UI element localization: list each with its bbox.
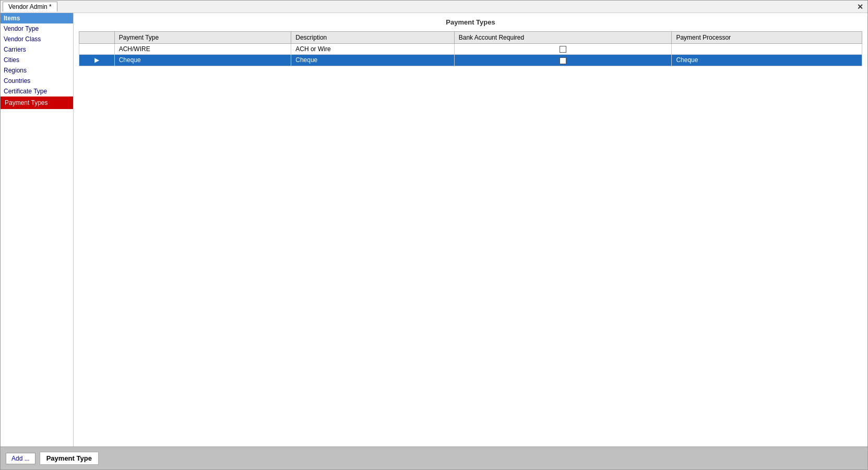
sidebar-header: Items (1, 13, 73, 23)
payment-types-table: Payment Type Description Bank Account Re… (79, 31, 862, 66)
title-bar: Vendor Admin * ✕ (1, 1, 867, 13)
table-row[interactable]: ▶ChequeChequeCheque (79, 55, 862, 66)
sidebar: Items Vendor TypeVendor ClassCarriersCit… (1, 13, 74, 447)
checkbox-bank-account[interactable] (560, 46, 566, 53)
cell-bank-account-required[interactable] (454, 55, 672, 66)
row-indicator: ▶ (79, 55, 115, 66)
main-content: Payment Types Payment Type Description B… (74, 13, 867, 447)
content-area: Items Vendor TypeVendor ClassCarriersCit… (1, 13, 867, 447)
sidebar-item-payment-types[interactable]: Payment Types (1, 97, 73, 109)
sidebar-item-cities[interactable]: Cities (1, 55, 73, 65)
table-header-row: Payment Type Description Bank Account Re… (79, 32, 862, 44)
cell-description: Cheque (291, 55, 455, 66)
cell-payment-type: ACH/WIRE (114, 44, 291, 55)
sidebar-item-vendor-class[interactable]: Vendor Class (1, 34, 73, 44)
sidebar-item-certificate-type[interactable]: Certificate Type (1, 86, 73, 97)
col-header-bank-account: Bank Account Required (454, 32, 672, 44)
col-header-indicator (79, 32, 115, 44)
add-button[interactable]: Add ... (6, 453, 35, 464)
row-indicator (79, 44, 115, 55)
bottom-bar: Add ... Payment Type (1, 447, 867, 469)
close-button[interactable]: ✕ (855, 3, 865, 11)
sidebar-item-vendor-type[interactable]: Vendor Type (1, 23, 73, 34)
sidebar-item-carriers[interactable]: Carriers (1, 44, 73, 55)
cell-description: ACH or Wire (291, 44, 455, 55)
sidebar-item-countries[interactable]: Countries (1, 76, 73, 86)
title-bar-left: Vendor Admin * (3, 2, 57, 11)
vendor-admin-tab[interactable]: Vendor Admin * (3, 2, 57, 11)
sidebar-item-regions[interactable]: Regions (1, 65, 73, 76)
cell-payment-type: Cheque (114, 55, 291, 66)
col-header-processor: Payment Processor (672, 32, 862, 44)
cell-payment-processor (672, 44, 862, 55)
col-header-payment-type: Payment Type (114, 32, 291, 44)
checkbox-bank-account[interactable] (560, 57, 566, 64)
cell-payment-processor: Cheque (672, 55, 862, 66)
table-row[interactable]: ACH/WIREACH or Wire (79, 44, 862, 55)
page-title: Payment Types (79, 18, 862, 26)
cell-bank-account-required[interactable] (454, 44, 672, 55)
payment-type-badge: Payment Type (40, 452, 99, 465)
table-header: Payment Type Description Bank Account Re… (79, 32, 862, 44)
main-window: Vendor Admin * ✕ Items Vendor TypeVendor… (0, 0, 868, 470)
col-header-description: Description (291, 32, 455, 44)
sidebar-items-container: Vendor TypeVendor ClassCarriersCitiesReg… (1, 23, 73, 109)
table-body: ACH/WIREACH or Wire▶ChequeChequeCheque (79, 44, 862, 66)
